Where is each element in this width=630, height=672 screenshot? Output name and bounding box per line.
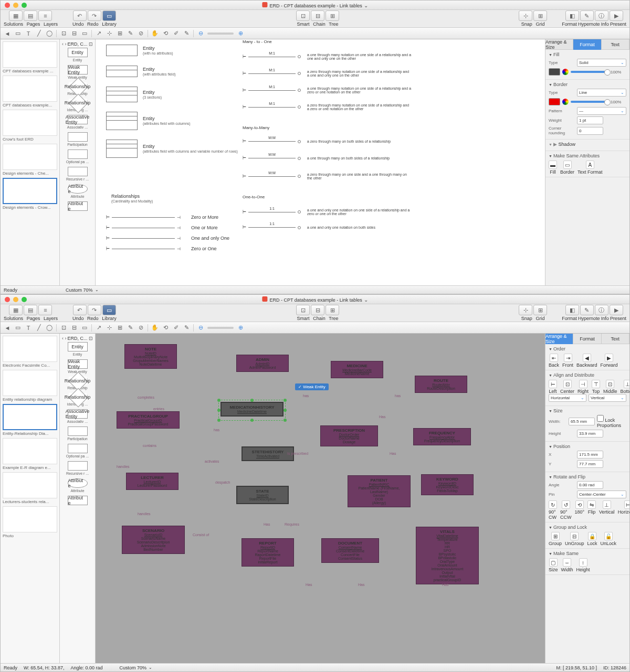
color-wheel-icon[interactable] [562, 99, 569, 105]
entity-report[interactable]: REPORTReportIDReportNameRaportDatetimeRe… [242, 538, 294, 567]
entity-medicine[interactable]: MEDICINEMedicineBarCodeMedicineName [331, 361, 383, 378]
icon-forward[interactable]: ▶Forward [601, 354, 618, 368]
thumbnail[interactable]: Design elements - Crow... [3, 178, 57, 210]
thumbnail[interactable]: CPT databases example ... [3, 41, 57, 73]
size-section[interactable]: Size [549, 408, 626, 413]
pointer-icon[interactable]: ◄ [4, 324, 11, 332]
shapes-icon[interactable]: ◯ [46, 30, 53, 37]
align-section[interactable]: Align and Distribute [549, 372, 626, 378]
tree-button[interactable]: ⊞ [326, 305, 339, 315]
hypernote-button[interactable]: ✎ [580, 305, 594, 315]
library-item[interactable]: RelationshipIdentifying ... [61, 393, 94, 406]
library-item[interactable]: Participation [61, 426, 94, 441]
library-item[interactable]: Associative EntityAssociativ ... [61, 115, 94, 129]
icon-height[interactable]: ↕Height [576, 558, 590, 572]
zoom-out-icon[interactable]: ⊖ [197, 324, 204, 332]
thumbnail[interactable]: CPT databases example... [3, 76, 57, 108]
width-input[interactable] [569, 418, 595, 425]
tool-icon[interactable]: ⊟ [70, 30, 78, 37]
entity-vitals[interactable]: VITALSVitalDatetimeTemperatureRRHRSPOBPs… [416, 527, 479, 584]
makesame-text[interactable]: AText Format [578, 161, 603, 175]
icon-ungroup[interactable]: ⊟UnGroup [565, 532, 584, 546]
library-item[interactable]: Weak EntityWeak entity [61, 359, 94, 374]
tool-icon[interactable]: ⊹ [106, 30, 113, 37]
layers-button[interactable]: ≡ [38, 305, 52, 315]
icon-top[interactable]: ⊤Top [592, 380, 600, 394]
icon-vertical[interactable]: ⊥Vertical [599, 500, 615, 520]
canvas[interactable]: Entity(with no attributes)Entity(with at… [96, 39, 545, 285]
library-item[interactable]: RelationshipIdentifying ... [61, 99, 94, 112]
tool-icon[interactable]: ⊘ [137, 324, 144, 332]
thumbnail[interactable]: Example E-R diagram e... [3, 438, 57, 470]
info-button[interactable]: ⓘ [595, 305, 608, 315]
library-item[interactable]: Recursive r ... [61, 461, 94, 475]
tree-button[interactable]: ⊞ [326, 10, 339, 21]
entity-route[interactable]: ROUTERouteAbbrRouteDescription [415, 376, 467, 393]
icon-front[interactable]: ⇥Front [562, 354, 573, 368]
fill-type-select[interactable]: Solid [577, 59, 626, 67]
library-header[interactable]: ‹ › ERD, C... ⊡ [61, 335, 94, 342]
library-item[interactable]: Associative EntityAssociativ ... [61, 409, 94, 423]
tool-icon[interactable]: ↗ [95, 324, 102, 332]
hand-icon[interactable]: ✋ [151, 324, 159, 332]
rotate-icon[interactable]: ⟲ [162, 30, 169, 37]
tool-icon[interactable]: ↗ [95, 30, 102, 37]
minimize-icon[interactable] [13, 3, 18, 8]
chain-button[interactable]: ⊟ [311, 10, 324, 21]
order-section[interactable]: Order [549, 346, 626, 351]
fill-section[interactable]: Fill [549, 52, 626, 57]
library-item[interactable]: Participation [61, 132, 94, 146]
zoom-slider[interactable] [207, 327, 234, 329]
color-wheel-icon[interactable] [562, 69, 569, 75]
fill-color[interactable] [549, 68, 560, 76]
undo-button[interactable]: ↶ [73, 305, 87, 315]
thumbnail[interactable]: Lecturers-students rela... [3, 472, 57, 504]
group-section[interactable]: Group and Lock [549, 525, 626, 530]
tool-icon[interactable]: ▭ [81, 324, 88, 332]
entity-frequency[interactable]: FREQUENCYFrequencyAbbrFrequencyDescripti… [413, 428, 471, 445]
tab-format[interactable]: Format [573, 39, 601, 50]
entity-lecturer[interactable]: LECTURERLecturerIDLecturerPassword [126, 473, 178, 490]
weight-input[interactable] [577, 116, 603, 124]
icon-size[interactable]: ▢Size [549, 558, 558, 572]
tab-text[interactable]: Text [602, 39, 629, 50]
entity-scenario[interactable]: SCENARIOScenarioIDScenarioNameScenarioDe… [122, 526, 185, 554]
library-item[interactable]: Attribut eAttribute [61, 184, 94, 198]
present-button[interactable]: ▶ [610, 10, 623, 21]
tool-icon[interactable]: ⊞ [116, 30, 123, 37]
tool-icon[interactable]: ⊘ [137, 30, 144, 37]
tool-icon[interactable]: ⊟ [70, 324, 78, 332]
smart-button[interactable]: ⊡ [296, 305, 310, 315]
info-button[interactable]: ⓘ [595, 10, 608, 21]
icon-width[interactable]: ↔Width [561, 558, 573, 572]
icon-unlock[interactable]: 🔓UnLock [601, 532, 617, 546]
text-icon[interactable]: T [25, 30, 32, 37]
smart-button[interactable]: ⊡ [296, 10, 310, 21]
titlebar[interactable]: ERD - CPT databases example - Link table… [1, 295, 629, 304]
tab-arrange[interactable]: Arrange & Size [545, 334, 573, 344]
titlebar[interactable]: ERD - CPT databases example - Link table… [1, 1, 629, 10]
thumbnail[interactable]: Photo [3, 506, 57, 538]
tab-arrange[interactable]: Arrange & Size [545, 39, 573, 50]
fill-opacity-slider[interactable] [571, 71, 608, 73]
icon-90° ccw[interactable]: ↺90° CCW [560, 500, 571, 520]
format-button[interactable]: ◧ [565, 10, 579, 21]
solutions-button[interactable]: ▦ [9, 305, 23, 315]
thumbnail[interactable]: Entity-Relationship Dia... [3, 404, 57, 436]
tab-text[interactable]: Text [602, 334, 629, 344]
hand-icon[interactable]: ✋ [151, 30, 159, 37]
grid-button[interactable]: ⊞ [533, 10, 547, 21]
library-item[interactable]: Weak EntityWeak entity [61, 65, 94, 79]
undo-button[interactable]: ↶ [73, 10, 87, 21]
brush-icon[interactable]: ✎ [183, 324, 190, 332]
eyedropper-icon[interactable]: ✐ [172, 324, 180, 332]
format-button[interactable]: ◧ [565, 305, 579, 315]
tool-icon[interactable]: ⊡ [60, 324, 67, 332]
tab-format[interactable]: Format [573, 334, 601, 344]
entity-keyword[interactable]: KEYWORDKeywordIDKeywordDescFieldsToMap [421, 474, 474, 495]
icon-flip[interactable]: ⇋Flip [587, 500, 596, 520]
library-button[interactable]: ▭ [102, 305, 116, 315]
redo-button[interactable]: ↷ [88, 10, 101, 21]
text-icon[interactable]: T [25, 324, 32, 332]
shadow-section[interactable]: ▶ Shadow [549, 142, 626, 147]
